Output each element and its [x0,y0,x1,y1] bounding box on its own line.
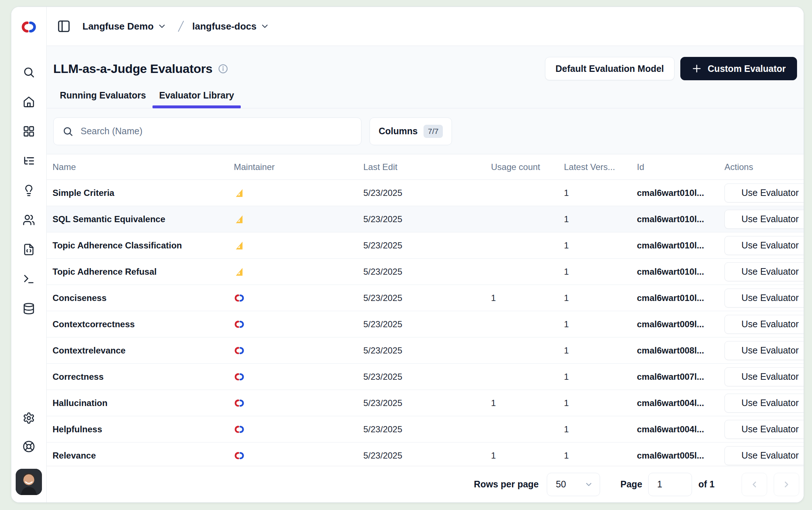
table-row[interactable]: Hallucination 5/23/2025 1 1 cmal6wart004… [47,390,804,416]
search-icon[interactable] [23,66,35,78]
langfuse-maintainer-icon [234,345,245,356]
latest-version-value: 1 [564,424,637,434]
prompts-lightbulb-icon[interactable] [23,184,35,197]
table-row[interactable]: Relevance 5/23/2025 1 1 cmal6wart005l...… [47,443,804,466]
langfuse-logo[interactable] [20,19,37,35]
evaluator-name: Hallucination [53,398,234,408]
column-header-id[interactable]: Id [637,162,724,172]
dashboard-icon[interactable] [23,125,35,138]
use-evaluator-button[interactable]: Use Evaluator [724,315,804,334]
info-icon[interactable] [218,64,228,74]
breadcrumb-project[interactable]: langfuse-docs [192,21,256,32]
table-row[interactable]: Contextcorrectness 5/23/2025 1 cmal6wart… [47,311,804,337]
evaluator-name: Contextcorrectness [53,319,234,329]
evaluator-id: cmal6wart010l... [637,214,724,224]
last-edit-date: 5/23/2025 [363,214,491,224]
column-header-actions: Actions [724,162,804,172]
use-evaluator-button[interactable]: Use Evaluator [724,289,804,308]
table-row[interactable]: Simple Criteria 5/23/2025 1 cmal6wart010… [47,180,804,206]
maintainer-cell [234,345,363,356]
breadcrumb-organization[interactable]: Langfuse Demo [82,21,154,32]
next-page-button[interactable] [774,473,799,496]
use-evaluator-button[interactable]: Use Evaluator [724,420,804,439]
search-box[interactable] [53,117,361,145]
chevron-down-icon[interactable] [260,22,270,31]
user-avatar[interactable] [16,469,42,495]
table-header: Name Maintainer Last Edit Usage count La… [47,154,804,180]
langfuse-maintainer-icon [234,371,245,382]
maintainer-cell [234,214,363,225]
langfuse-maintainer-icon [234,293,245,304]
evaluators-table: Name Maintainer Last Edit Usage count La… [47,154,804,466]
langfuse-maintainer-icon [234,450,245,461]
file-code-icon[interactable] [23,243,35,256]
default-evaluation-model-button[interactable]: Default Evaluation Model [545,57,674,80]
latest-version-value: 1 [564,398,637,408]
column-header-last-edit[interactable]: Last Edit [363,162,491,172]
column-header-usage-count[interactable]: Usage count [491,162,564,172]
last-edit-date: 5/23/2025 [363,345,491,356]
users-icon[interactable] [23,214,35,226]
maintainer-cell [234,240,363,251]
tab-running-evaluators[interactable]: Running Evaluators [53,89,152,108]
use-evaluator-button[interactable]: Use Evaluator [724,446,804,465]
table-row[interactable]: Topic Adherence Refusal 5/23/2025 1 cmal… [47,259,804,285]
datasets-database-icon[interactable] [23,302,35,315]
app-window: Langfuse Demo langfuse-docs LLM-as-a-Jud… [11,7,804,503]
tab-evaluator-library[interactable]: Evaluator Library [152,89,241,108]
use-evaluator-button[interactable]: Use Evaluator [724,210,804,229]
last-edit-date: 5/23/2025 [363,319,491,329]
use-evaluator-button[interactable]: Use Evaluator [724,341,804,360]
latest-version-value: 1 [564,345,637,356]
evaluator-name: Topic Adherence Refusal [53,267,234,277]
custom-evaluator-button[interactable]: Custom Evaluator [680,57,797,80]
maintainer-cell [234,319,363,330]
table-row[interactable]: Topic Adherence Classification 5/23/2025… [47,232,804,259]
terminal-icon[interactable] [23,273,35,285]
evaluator-id: cmal6wart010l... [637,188,724,198]
table-row[interactable]: Helpfulness 5/23/2025 1 cmal6wart004l...… [47,416,804,443]
column-header-name[interactable]: Name [53,162,234,172]
table-row[interactable]: Contextrelevance 5/23/2025 1 cmal6wart00… [47,337,804,364]
tabs: Running Evaluators Evaluator Library [53,89,797,108]
table-row[interactable]: Conciseness 5/23/2025 1 1 cmal6wart010l.… [47,285,804,311]
column-header-latest-version[interactable]: Latest Vers... [564,162,637,172]
columns-count-badge: 7/7 [424,125,443,138]
latest-version-value: 1 [564,319,637,329]
last-edit-date: 5/23/2025 [363,188,491,198]
evaluator-id: cmal6wart010l... [637,293,724,303]
latest-version-value: 1 [564,267,637,277]
previous-page-button[interactable] [742,473,767,496]
use-evaluator-button[interactable]: Use Evaluator [724,367,804,386]
home-icon[interactable] [23,96,35,108]
use-evaluator-button[interactable]: Use Evaluator [724,394,804,413]
rows-per-page-label: Rows per page [474,479,539,490]
langfuse-maintainer-icon [234,398,245,409]
support-lifebuoy-icon[interactable] [23,440,35,453]
settings-gear-icon[interactable] [23,412,35,424]
column-header-maintainer[interactable]: Maintainer [234,162,363,172]
use-evaluator-button[interactable]: Use Evaluator [724,236,804,255]
columns-button[interactable]: Columns 7/7 [370,117,452,145]
evaluator-name: Helpfulness [53,424,234,434]
evaluator-id: cmal6wart004l... [637,424,724,434]
last-edit-date: 5/23/2025 [363,372,491,382]
evaluator-name: Relevance [53,451,234,461]
maintainer-cell [234,450,363,461]
search-input[interactable] [81,126,352,136]
chevron-down-icon[interactable] [157,22,167,31]
tracing-tree-icon[interactable] [23,155,35,167]
table-row[interactable]: Correctness 5/23/2025 1 cmal6wart007l...… [47,364,804,390]
maintainer-cell [234,266,363,277]
use-evaluator-button[interactable]: Use Evaluator [724,183,804,202]
rows-per-page-select[interactable]: 50 [547,473,600,496]
page-title: LLM-as-a-Judge Evaluators [53,62,212,76]
search-icon [62,126,73,137]
sidebar-toggle-icon[interactable] [57,19,71,33]
page-number-input[interactable] [648,473,692,496]
table-body: Simple Criteria 5/23/2025 1 cmal6wart010… [47,180,804,466]
ragas-maintainer-icon [234,188,245,198]
usage-count-value: 1 [491,398,564,408]
use-evaluator-button[interactable]: Use Evaluator [724,262,804,281]
table-row[interactable]: SQL Semantic Equivalence 5/23/2025 1 cma… [47,206,804,232]
